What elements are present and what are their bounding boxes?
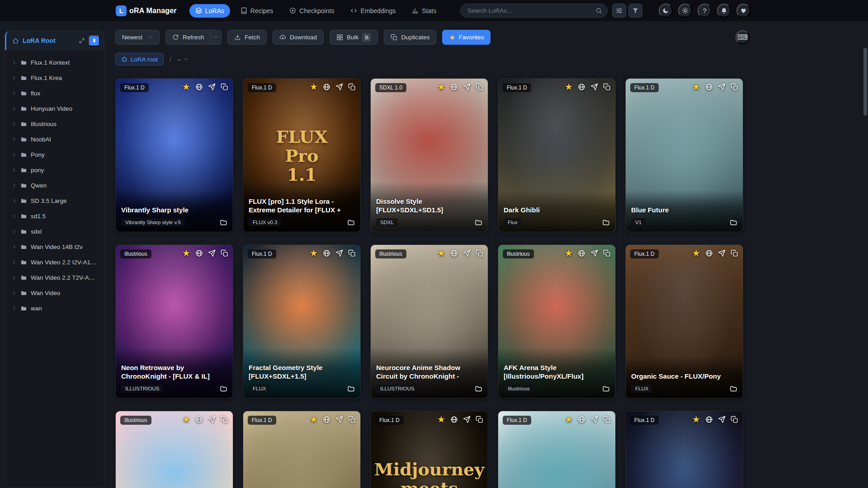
sidebar-folder-item[interactable]: Pony [8, 147, 101, 162]
sidebar-folder-item[interactable]: wan [8, 300, 101, 316]
favorite-star-icon[interactable]: ★ [182, 82, 190, 91]
chevron-right-icon[interactable] [12, 306, 17, 311]
help-button[interactable]: ? [698, 4, 712, 18]
sidebar-folder-item[interactable]: Qwen [8, 178, 101, 193]
favorite-star-icon[interactable]: ★ [182, 415, 190, 424]
globe-icon[interactable] [195, 249, 203, 257]
sidebar-folder-item[interactable]: Flux.1 Krea [8, 70, 101, 85]
sidebar-folder-item[interactable]: Hunyuan Video [8, 101, 101, 116]
favorites-filter-button[interactable]: ★ Favorites [442, 30, 491, 45]
breadcrumb-root-chip[interactable]: LoRA root [115, 53, 164, 66]
keyboard-shortcuts-button[interactable]: ⌨ [736, 30, 750, 44]
send-icon[interactable] [463, 249, 471, 257]
send-icon[interactable] [463, 416, 471, 423]
copy-icon[interactable] [603, 416, 611, 423]
search-icon[interactable] [595, 7, 602, 14]
globe-icon[interactable] [705, 249, 713, 257]
send-icon[interactable] [335, 83, 343, 91]
duplicates-button[interactable]: Duplicates [384, 30, 436, 45]
chevron-right-icon[interactable] [12, 183, 17, 188]
lora-card[interactable]: Flux.1 D ★ Organic Sauce - FLUX/Pony FLU… [625, 244, 743, 399]
nav-item-stats[interactable]: Stats [406, 4, 442, 18]
favorite-star-icon[interactable]: ★ [692, 415, 700, 424]
folder-open-icon[interactable] [347, 385, 355, 393]
sidebar-folder-item[interactable]: sdxl [8, 224, 101, 239]
send-icon[interactable] [335, 249, 343, 257]
chevron-right-icon[interactable] [12, 91, 17, 96]
folder-open-icon[interactable] [602, 219, 610, 226]
lora-card[interactable]: Midjourney meets FLUX Flux.1 D ★ [370, 411, 488, 488]
copy-icon[interactable] [221, 249, 228, 257]
send-icon[interactable] [208, 416, 216, 423]
favorite-star-icon[interactable]: ★ [692, 82, 700, 91]
fetch-button[interactable]: Fetch [227, 30, 267, 45]
nav-item-embeddings[interactable]: Embeddings [344, 4, 401, 18]
sidebar-folder-item[interactable]: Wan Video 2.2 I2V-A14B [8, 254, 101, 270]
favorite-star-icon[interactable]: ★ [437, 82, 445, 91]
copy-icon[interactable] [221, 416, 228, 423]
filter-sliders-button[interactable] [612, 4, 626, 18]
folder-open-icon[interactable] [730, 385, 737, 393]
lora-card[interactable]: Flux.1 D ★ Dark Ghibli Flux [498, 78, 616, 232]
chevron-right-icon[interactable] [12, 122, 17, 127]
folder-open-icon[interactable] [602, 385, 610, 393]
send-icon[interactable] [463, 83, 471, 91]
sidebar-folder-item[interactable]: flux [8, 85, 101, 101]
chevron-right-icon[interactable] [12, 168, 17, 173]
send-icon[interactable] [208, 249, 216, 257]
sidebar-folder-item[interactable]: Wan Video 14B t2v [8, 239, 101, 254]
download-button[interactable]: Download [273, 30, 324, 45]
lora-card[interactable]: FLUX Pro 1.1 Flux.1 D ★ FLUX [pro] 1.1 S… [243, 78, 361, 232]
chevron-right-icon[interactable] [12, 60, 17, 65]
lora-card[interactable]: Illustrious ★ AFK Arena Style [Illustrio… [498, 244, 616, 399]
chevron-right-icon[interactable] [12, 244, 17, 249]
copy-icon[interactable] [731, 416, 738, 423]
pin-sidebar-button[interactable] [89, 35, 100, 47]
sort-select[interactable]: Newest [115, 30, 160, 45]
search-input[interactable] [460, 4, 608, 18]
globe-icon[interactable] [195, 83, 203, 91]
folder-open-icon[interactable] [475, 385, 482, 393]
lora-card[interactable]: Flux.1 D ★ [243, 411, 361, 488]
sidebar-folder-item[interactable]: Illustrious [8, 116, 101, 131]
globe-icon[interactable] [450, 416, 458, 423]
lora-card[interactable]: Flux.1 D ★ [625, 411, 743, 488]
chevron-right-icon[interactable] [12, 106, 17, 111]
chevron-right-icon[interactable] [12, 275, 17, 280]
lora-card[interactable]: Flux.1 D ★ Blue Future V1 [625, 78, 743, 232]
copy-icon[interactable] [348, 83, 356, 91]
chevron-right-icon[interactable] [12, 260, 17, 265]
folder-open-icon[interactable] [220, 219, 227, 226]
globe-icon[interactable] [578, 249, 585, 257]
copy-icon[interactable] [221, 83, 228, 91]
send-icon[interactable] [590, 249, 598, 257]
sidebar-folder-item[interactable]: Flux.1 Kontext [8, 55, 101, 70]
send-icon[interactable] [590, 416, 598, 423]
copy-icon[interactable] [603, 249, 611, 257]
chevron-right-icon[interactable] [12, 137, 17, 142]
globe-icon[interactable] [323, 416, 330, 423]
theme-toggle-button[interactable] [659, 4, 673, 18]
settings-button[interactable] [678, 4, 692, 18]
lora-card[interactable]: Flux.1 D ★ [498, 411, 616, 488]
favorite-star-icon[interactable]: ★ [437, 415, 445, 424]
chevron-right-icon[interactable] [12, 75, 17, 80]
globe-icon[interactable] [578, 83, 585, 91]
chevron-right-icon[interactable] [12, 152, 17, 157]
favorite-star-icon[interactable]: ★ [692, 249, 700, 258]
chevron-right-icon[interactable] [12, 291, 17, 296]
chevron-right-icon[interactable] [12, 198, 17, 203]
breadcrumb-current-dropdown[interactable]: -- [177, 56, 189, 63]
nav-item-recipes[interactable]: Recipes [235, 4, 279, 18]
send-icon[interactable] [718, 249, 726, 257]
favorite-star-icon[interactable]: ★ [565, 249, 573, 258]
lora-card[interactable]: Flux.1 D ★ Vibrantly Sharp style Vibrant… [115, 78, 233, 232]
filter-funnel-button[interactable] [628, 4, 642, 18]
globe-icon[interactable] [323, 83, 330, 91]
chevron-right-icon[interactable] [12, 214, 17, 219]
sidebar-root-header[interactable]: LoRA Root [5, 31, 104, 50]
favorite-star-icon[interactable]: ★ [310, 82, 318, 91]
globe-icon[interactable] [195, 416, 203, 423]
favorite-star-icon[interactable]: ★ [310, 415, 318, 424]
folder-open-icon[interactable] [347, 219, 355, 226]
